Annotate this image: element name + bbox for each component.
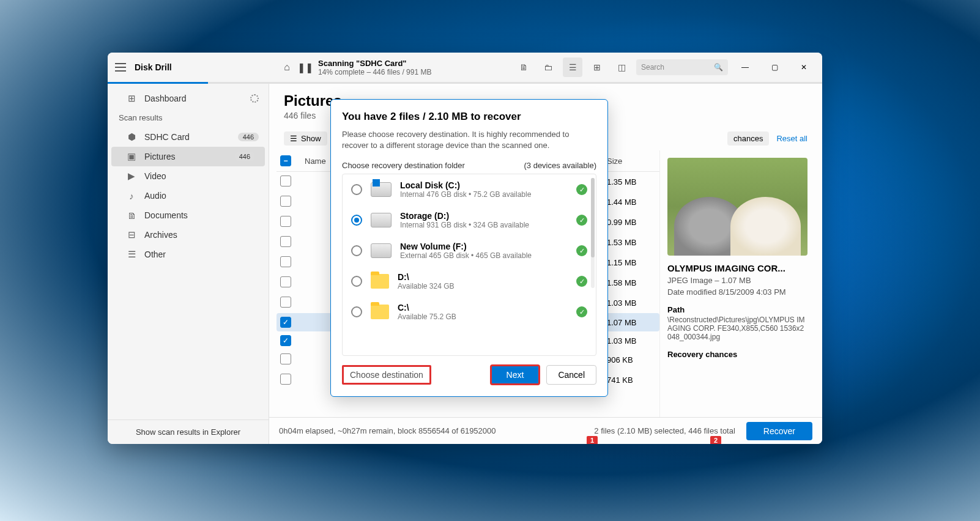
show-filter-button[interactable]: ☰ Show xyxy=(284,131,327,146)
sidebar-item-documents[interactable]: 🗎Documents xyxy=(108,205,269,225)
sidebar-item-pictures[interactable]: ▣Pictures446 xyxy=(111,147,265,166)
recover-button[interactable]: Recover xyxy=(746,422,812,440)
folder-icon xyxy=(371,274,389,289)
disk-icon: ⬢ xyxy=(126,132,137,142)
row-checkbox[interactable] xyxy=(280,196,291,207)
col-size[interactable]: Size xyxy=(607,157,656,166)
row-checkbox[interactable] xyxy=(280,353,291,364)
sidebar-item-audio[interactable]: ♪Audio xyxy=(108,186,269,205)
destination-option[interactable]: D:\Available 324 GB✓ xyxy=(343,266,596,297)
pause-icon[interactable]: ❚❚ xyxy=(300,62,311,73)
menu-icon[interactable] xyxy=(115,63,126,72)
destination-option[interactable]: C:\Available 75.2 GB✓ xyxy=(343,297,596,327)
video-icon: ▶ xyxy=(126,171,137,181)
sidebar-item-video[interactable]: ▶Video xyxy=(108,166,269,186)
search-placeholder: Search xyxy=(641,63,664,72)
row-size: 1.35 MB xyxy=(607,177,656,187)
radio-button[interactable] xyxy=(351,306,362,317)
audio-icon: ♪ xyxy=(126,191,137,201)
grid-view-icon[interactable]: ⊞ xyxy=(587,57,607,77)
row-size: 1.07 MB xyxy=(607,318,656,327)
annotation-badge-1: 1 xyxy=(587,436,598,444)
destination-option[interactable]: Local Disk (C:)Internal 476 GB disk • 75… xyxy=(343,174,596,205)
home-icon[interactable]: ⌂ xyxy=(281,62,292,73)
maximize-button[interactable]: ▢ xyxy=(762,58,787,76)
cancel-button[interactable]: Cancel xyxy=(546,365,596,385)
row-size: 1.44 MB xyxy=(607,198,656,207)
sidebar: ⊞ Dashboard Scan results ⬢SDHC Card446▣P… xyxy=(108,84,269,444)
destination-option[interactable]: New Volume (F:)External 465 GB disk • 46… xyxy=(343,235,596,266)
count-badge: 446 xyxy=(234,152,255,161)
preview-filetype: JPEG Image – 1.07 MB xyxy=(667,276,807,285)
row-size: 1.03 MB xyxy=(607,336,656,345)
minimize-button[interactable]: — xyxy=(733,58,757,76)
check-icon: ✓ xyxy=(576,184,587,195)
spinner-icon xyxy=(250,94,259,103)
choose-destination-button[interactable]: Choose destination xyxy=(342,365,431,385)
radio-button[interactable] xyxy=(351,184,362,195)
row-checkbox[interactable] xyxy=(280,317,291,328)
show-in-explorer-button[interactable]: Show scan results in Explorer xyxy=(108,419,269,444)
radio-button[interactable] xyxy=(351,215,362,226)
preview-title: OLYMPUS IMAGING COR... xyxy=(667,263,807,273)
check-icon: ✓ xyxy=(576,306,587,317)
app-window: Disk Drill ⌂ ❚❚ Scanning "SDHC Card" 14%… xyxy=(108,53,822,444)
file-view-icon[interactable]: 🗎 xyxy=(514,57,533,77)
status-bar: 0h04m elapsed, ~0h27m remain, block 8556… xyxy=(269,417,822,444)
preview-path: \Reconstructed\Pictures\jpg\OLYMPUS IMAG… xyxy=(667,316,807,341)
scan-subtitle: 14% complete – 446 files / 991 MB xyxy=(318,68,431,76)
list-view-icon[interactable]: ☰ xyxy=(563,57,582,77)
dashboard-icon: ⊞ xyxy=(126,94,137,103)
status-elapsed: 0h04m elapsed, ~0h27m remain, block 8556… xyxy=(279,426,496,435)
drive-icon xyxy=(371,182,392,197)
row-size: 741 KB xyxy=(607,375,656,385)
row-size: 1.15 MB xyxy=(607,258,656,267)
scan-progress xyxy=(108,82,822,84)
search-input[interactable]: Search 🔍 xyxy=(636,59,728,75)
modal-description: Please choose recovery destination. It i… xyxy=(342,129,596,151)
folder-view-icon[interactable]: 🗀 xyxy=(538,57,558,77)
status-selection: 2 files (2.10 MB) selected, 446 files to… xyxy=(594,426,735,435)
scrollbar[interactable] xyxy=(591,178,595,288)
row-size: 906 KB xyxy=(607,355,656,364)
row-checkbox[interactable] xyxy=(280,236,291,247)
other-icon: ☰ xyxy=(126,249,137,259)
row-checkbox[interactable] xyxy=(280,374,291,385)
panel-view-icon[interactable]: ◫ xyxy=(612,57,631,77)
preview-panel: ↗ OLYMPUS IMAGING COR... JPEG Image – 1.… xyxy=(659,150,815,417)
row-size: 1.58 MB xyxy=(607,278,656,287)
search-icon: 🔍 xyxy=(714,63,723,72)
scan-status: Scanning "SDHC Card" 14% complete – 446 … xyxy=(318,59,431,76)
row-checkbox[interactable] xyxy=(280,256,291,267)
row-checkbox[interactable] xyxy=(280,297,291,308)
sidebar-item-archives[interactable]: ⊟Archives xyxy=(108,225,269,245)
dashboard-label: Dashboard xyxy=(144,94,187,103)
destination-option[interactable]: Storage (D:)Internal 931 GB disk • 324 G… xyxy=(343,205,596,235)
sidebar-header: Scan results xyxy=(108,108,269,127)
drive-icon xyxy=(371,243,392,258)
select-all-checkbox[interactable] xyxy=(280,155,291,166)
dest-label: Choose recovery destination folder xyxy=(342,161,465,170)
titlebar: Disk Drill ⌂ ❚❚ Scanning "SDHC Card" 14%… xyxy=(108,53,822,82)
row-checkbox[interactable] xyxy=(280,176,291,187)
check-icon: ✓ xyxy=(576,245,587,256)
row-size: 1.03 MB xyxy=(607,298,656,308)
row-checkbox[interactable] xyxy=(280,216,291,227)
row-checkbox[interactable] xyxy=(280,276,291,287)
close-button[interactable]: ✕ xyxy=(792,58,816,76)
sidebar-item-sdhc-card[interactable]: ⬢SDHC Card446 xyxy=(108,127,269,147)
doc-icon: 🗎 xyxy=(126,210,137,220)
next-button[interactable]: Next xyxy=(490,364,541,385)
radio-button[interactable] xyxy=(351,245,362,256)
reset-all-link[interactable]: Reset all xyxy=(776,134,807,143)
sidebar-item-other[interactable]: ☰Other xyxy=(108,245,269,264)
row-checkbox[interactable] xyxy=(280,335,291,346)
modal-title: You have 2 files / 2.10 MB to recover xyxy=(342,111,596,123)
app-name: Disk Drill xyxy=(135,62,172,72)
sidebar-dashboard[interactable]: ⊞ Dashboard xyxy=(108,89,269,108)
drive-icon xyxy=(371,213,392,227)
radio-button[interactable] xyxy=(351,276,362,287)
count-badge: 446 xyxy=(238,133,259,141)
preview-path-label: Path xyxy=(667,305,807,314)
chances-filter-button[interactable]: chances xyxy=(727,131,769,146)
